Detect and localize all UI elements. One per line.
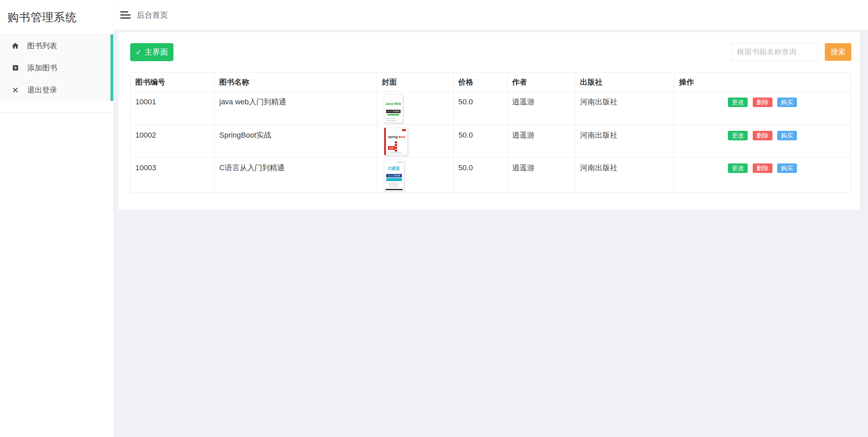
sidebar-item-label: 退出登录 xyxy=(27,85,57,95)
table-header-row: 图书编号 图书名称 封面 价格 作者 出版社 操作 xyxy=(131,73,851,92)
buy-button[interactable]: 购买 xyxy=(777,131,797,140)
book-actions-cell: 更改 删除 购买 xyxy=(674,125,851,158)
book-publisher-cell: 河南出版社 xyxy=(575,92,674,125)
main-view-button[interactable]: ✓ 主界面 xyxy=(130,43,173,61)
breadcrumb: 后台首页 xyxy=(137,10,168,20)
home-icon xyxy=(11,42,19,50)
cover-blocks xyxy=(395,141,397,152)
column-header-book-id: 图书编号 xyxy=(131,73,215,92)
edit-button[interactable]: 更改 xyxy=(728,98,748,107)
search-input[interactable] xyxy=(732,43,818,61)
sidebar-divider xyxy=(0,112,113,112)
column-header-price: 价格 xyxy=(454,73,507,92)
check-icon: ✓ xyxy=(136,48,142,56)
book-id-cell: 10002 xyxy=(131,125,215,158)
sidebar-item-label: 添加图书 xyxy=(27,63,57,73)
book-table: 图书编号 图书名称 封面 价格 作者 出版社 操作 10001 java web… xyxy=(130,72,851,193)
table-row: 10002 SpringBoot实战 Spring Boot 实战 50.0 逍… xyxy=(131,125,851,158)
book-price-cell: 50.0 xyxy=(454,125,507,158)
table-row: 10003 C语言从入门到精通 C语言 从入门到精通 50.0 逍遥游 河南出版… xyxy=(131,158,851,193)
main-content: ✓ 主界面 搜索 图书编号 图书名称 封面 价格 作者 出版社 xyxy=(113,30,868,437)
delete-button[interactable]: 删除 xyxy=(753,131,772,140)
cover-badge: 实战 xyxy=(388,146,395,150)
sidebar: 购书管理系统 图书列表 添加图书 退出登录 xyxy=(0,0,113,437)
cover-title: Spring Boot xyxy=(388,132,407,142)
delete-button[interactable]: 删除 xyxy=(753,163,772,173)
cover-text-lines xyxy=(389,183,399,187)
search-group: 搜索 xyxy=(732,43,851,61)
book-publisher-cell: 河南出版社 xyxy=(575,158,674,193)
book-cover-cell: Spring Boot 实战 xyxy=(377,125,454,158)
book-cover-thumbnail: Spring Boot 实战 xyxy=(384,127,408,155)
book-author-cell: 逍遥游 xyxy=(507,158,575,193)
book-author-cell: 逍遥游 xyxy=(507,125,575,158)
topbar: 后台首页 xyxy=(113,0,868,30)
cover-banner: 从入门到精通 xyxy=(386,110,401,113)
sidebar-item-book-list[interactable]: 图书列表 xyxy=(0,35,110,57)
cover-spine xyxy=(384,128,386,155)
book-price-cell: 50.0 xyxy=(454,158,507,193)
sidebar-menu: 图书列表 添加图书 退出登录 xyxy=(0,34,113,101)
book-name-cell: java web入门到精通 xyxy=(215,92,377,125)
cover-title: C语言 xyxy=(384,164,404,173)
cover-banner: 从入门到精通 xyxy=(386,174,402,177)
book-cover-cell: Java Web 从入门到精通 xyxy=(377,92,454,125)
toolbar: ✓ 主界面 搜索 xyxy=(130,43,851,61)
table-row: 10001 java web入门到精通 Java Web 从入门到精通 50.0… xyxy=(131,92,851,125)
book-actions-cell: 更改 删除 购买 xyxy=(674,158,851,193)
column-header-publisher: 出版社 xyxy=(575,73,674,92)
book-cover-thumbnail: C语言 从入门到精通 xyxy=(384,160,404,190)
plus-square-icon xyxy=(11,64,19,72)
sidebar-item-add-book[interactable]: 添加图书 xyxy=(0,57,110,79)
edit-button[interactable]: 更改 xyxy=(728,163,748,173)
sidebar-item-label: 图书列表 xyxy=(27,41,57,51)
edit-button[interactable]: 更改 xyxy=(728,131,748,140)
book-actions-cell: 更改 删除 购买 xyxy=(674,92,851,125)
hamburger-menu-icon[interactable] xyxy=(120,11,131,19)
book-name-cell: SpringBoot实战 xyxy=(215,125,377,158)
main-view-button-label: 主界面 xyxy=(144,47,168,57)
column-header-actions: 操作 xyxy=(674,73,851,92)
cover-logo xyxy=(402,129,406,131)
delete-button[interactable]: 删除 xyxy=(753,98,772,107)
content-card: ✓ 主界面 搜索 图书编号 图书名称 封面 价格 作者 出版社 xyxy=(118,32,860,210)
book-cover-cell: C语言 从入门到精通 xyxy=(377,158,454,193)
book-price-cell: 50.0 xyxy=(454,92,507,125)
book-publisher-cell: 河南出版社 xyxy=(575,125,674,158)
book-name-cell: C语言从入门到精通 xyxy=(215,158,377,193)
buy-button[interactable]: 购买 xyxy=(777,98,797,107)
column-header-book-name: 图书名称 xyxy=(215,73,377,92)
book-cover-thumbnail: Java Web 从入门到精通 xyxy=(384,94,403,123)
cover-bottom-banner xyxy=(386,189,403,190)
close-icon xyxy=(11,86,19,94)
column-header-author: 作者 xyxy=(507,73,575,92)
buy-button[interactable]: 购买 xyxy=(777,163,797,173)
column-header-cover: 封面 xyxy=(377,73,454,92)
book-id-cell: 10003 xyxy=(131,158,215,193)
cover-teal-bar xyxy=(386,178,402,181)
cover-title: Java Web xyxy=(384,99,403,109)
cover-text-lines xyxy=(390,152,402,153)
cover-text-lines xyxy=(387,118,395,123)
book-author-cell: 逍遥游 xyxy=(507,92,575,125)
cover-green-bar xyxy=(388,114,399,116)
search-button[interactable]: 搜索 xyxy=(825,43,851,61)
sidebar-item-logout[interactable]: 退出登录 xyxy=(0,79,110,101)
app-title: 购书管理系统 xyxy=(0,0,113,34)
cover-top-mark xyxy=(397,162,402,163)
book-id-cell: 10001 xyxy=(131,92,215,125)
book-table-body: 10001 java web入门到精通 Java Web 从入门到精通 50.0… xyxy=(131,92,851,193)
